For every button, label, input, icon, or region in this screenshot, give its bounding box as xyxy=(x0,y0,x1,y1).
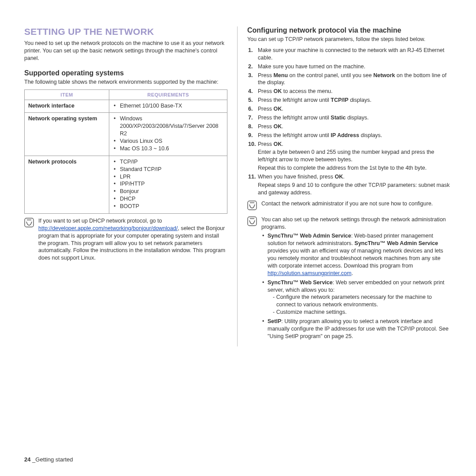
main-heading: SETTING UP THE NETWORK xyxy=(24,26,227,37)
table-row: Network protocols TCP/IP Standard TCP/IP… xyxy=(25,156,227,213)
cell-item: Network protocols xyxy=(25,156,109,213)
svg-rect-1 xyxy=(248,201,257,210)
document-page: SETTING UP THE NETWORK You need to set u… xyxy=(0,0,476,476)
note-icon xyxy=(247,201,257,212)
note2-item-syncthru-admin: SyncThru™ Web Admin Service: Web-based p… xyxy=(261,232,451,277)
supported-os-heading: Supported operating systems xyxy=(24,69,227,77)
step-10-extra2: Repeat this to complete the address from… xyxy=(258,164,451,172)
req-item: LPR xyxy=(120,173,223,181)
th-requirements: REQUIREMENTS xyxy=(109,89,227,100)
req-item: Bonjour xyxy=(120,188,223,195)
req-item: DHCP xyxy=(120,195,223,203)
cell-req: Windows 2000/XP/2003/2008/Vista/7/Server… xyxy=(109,113,227,156)
cell-req: Ethernet 10/100 Base-TX xyxy=(109,100,227,113)
step-3: Press Menu on the control panel, until y… xyxy=(258,72,451,87)
svg-rect-2 xyxy=(248,217,257,226)
right-column: Configuring network protocol via the mac… xyxy=(238,26,451,346)
note-text: Contact the network administrator if you… xyxy=(260,200,451,208)
note-contact-admin: Contact the network administrator if you… xyxy=(247,200,451,212)
footer-label: Getting started xyxy=(35,456,73,463)
samsung-link[interactable]: http://solution.samsungprinter.com xyxy=(268,270,351,276)
step-9: Press the left/right arrow until IP Addr… xyxy=(258,132,451,139)
bonjour-link[interactable]: http://developer.apple.com/networking/bo… xyxy=(38,225,178,231)
note-text: You can also set up the network settings… xyxy=(260,216,451,342)
configure-heading: Configuring network protocol via the mac… xyxy=(247,26,451,34)
req-item: Windows 2000/XP/2003/2008/Vista/7/Server… xyxy=(120,115,223,138)
dash-item: - Configure the network parameters neces… xyxy=(273,294,451,309)
note2-intro: You can also set up the network settings… xyxy=(261,216,446,230)
step-4: Press OK to access the menu. xyxy=(258,88,451,95)
note-dhcp: If you want to set up DHCP network proto… xyxy=(24,217,227,262)
table-row: Network interface Ethernet 10/100 Base-T… xyxy=(25,100,227,113)
note-icon xyxy=(247,216,257,227)
table-row: Network operating system Windows 2000/XP… xyxy=(25,113,227,156)
note-icon xyxy=(24,218,34,229)
req-item: IPP/HTTP xyxy=(120,180,223,188)
step-10: Press OK. Enter a byte between 0 and 255… xyxy=(258,141,451,172)
th-item: ITEM xyxy=(25,89,109,100)
intro-paragraph: You need to set up the network protocols… xyxy=(24,40,227,62)
requirements-table: ITEM REQUIREMENTS Network interface Ethe… xyxy=(24,89,227,214)
step-10-extra: Enter a byte between 0 and 255 using the… xyxy=(258,149,451,164)
step-11: When you have finished, press OK. Repeat… xyxy=(258,173,451,197)
note-admin-programs: You can also set up the network settings… xyxy=(247,216,451,342)
req-item: Mac OS 10.3 ~ 10.6 xyxy=(120,145,223,152)
step-2: Make sure you have turned on the machine… xyxy=(258,63,451,71)
left-column: SETTING UP THE NETWORK You need to set u… xyxy=(24,26,238,346)
page-number: 24 xyxy=(24,456,30,463)
note2-item-setip: SetIP: Utility program allowing you to s… xyxy=(261,318,451,340)
note2-item-syncthru-web: SyncThru™ Web Service: Web server embedd… xyxy=(261,279,451,316)
step-8: Press OK. xyxy=(258,123,451,130)
note-pre: If you want to set up DHCP network proto… xyxy=(38,218,162,224)
step-5: Press the left/right arrow until TCP/IP … xyxy=(258,97,451,104)
step-7: Press the left/right arrow until Static … xyxy=(258,114,451,122)
dash-item: - Customize machine settings. xyxy=(273,309,451,316)
step-11-extra: Repeat steps 9 and 10 to configure the o… xyxy=(258,182,451,197)
cell-item: Network interface xyxy=(25,100,109,113)
steps-list: Make sure your machine is connected to t… xyxy=(247,47,451,197)
req-item: Standard TCP/IP xyxy=(120,166,223,173)
req-item: BOOTP xyxy=(120,203,223,210)
cell-item: Network operating system xyxy=(25,113,109,156)
supported-os-intro: The following table shows the network en… xyxy=(24,78,227,86)
step-1: Make sure your machine is connected to t… xyxy=(258,47,451,62)
page-footer: 24 _Getting started xyxy=(24,456,73,463)
footer-sep: _ xyxy=(30,456,35,463)
cell-req: TCP/IP Standard TCP/IP LPR IPP/HTTP Bonj… xyxy=(109,156,227,213)
req-item: Ethernet 10/100 Base-TX xyxy=(120,102,223,110)
configure-intro: You can set up TCP/IP network parameters… xyxy=(247,36,451,43)
note-text: If you want to set up DHCP network proto… xyxy=(37,217,227,262)
req-item: TCP/IP xyxy=(120,158,223,166)
svg-rect-0 xyxy=(25,218,33,227)
step-6: Press OK. xyxy=(258,105,451,113)
req-item: Various Linux OS xyxy=(120,138,223,145)
